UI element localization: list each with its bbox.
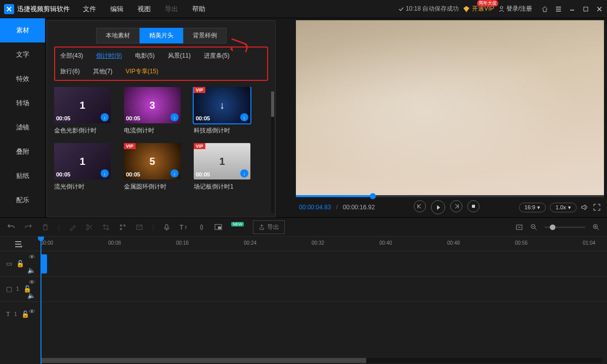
login-button[interactable]: 登录/注册 (498, 5, 532, 13)
asset-thumb[interactable]: VIP100:05↓场记板倒计时1 (194, 143, 250, 191)
thumb-image[interactable]: VIP↓00:05↓ (194, 87, 250, 123)
text-track[interactable]: T 1 🔓 👁 (0, 301, 607, 327)
cat-countdown[interactable]: 倒计时(9) (96, 52, 122, 60)
asset-thumb[interactable]: 100:05↓流光倒计时 (54, 143, 111, 191)
play-progress[interactable] (296, 195, 604, 197)
play-button[interactable] (431, 200, 445, 214)
crop-icon[interactable] (102, 223, 110, 231)
cat-movie[interactable]: 电影(5) (135, 52, 155, 60)
panel-scrollbar[interactable] (271, 92, 274, 213)
cat-progress[interactable]: 进度条(5) (204, 52, 230, 60)
menu-export[interactable]: 导出 (158, 5, 185, 14)
thumb-image[interactable]: VIP500:05↓ (124, 143, 181, 179)
video-track-icon: ▭ (6, 260, 12, 267)
tab-intros[interactable]: 精美片头 (140, 28, 183, 43)
thumb-image[interactable]: 100:05↓ (54, 143, 111, 179)
voice-icon[interactable] (163, 223, 170, 231)
home-icon[interactable] (541, 6, 548, 13)
sidebar-item-music[interactable]: 配乐 (0, 188, 45, 212)
eye-icon[interactable]: 👁 (29, 279, 35, 286)
menu-icon[interactable] (555, 6, 562, 13)
mosaic-icon[interactable] (119, 223, 126, 231)
prev-frame-button[interactable] (414, 200, 426, 212)
overlay-track-icon: ▢ (6, 285, 12, 293)
svg-text:T: T (180, 224, 184, 231)
sidebar-item-material[interactable]: 素材 (0, 18, 45, 42)
video-track[interactable]: ▭ 🔓 👁 🔈 (0, 251, 607, 276)
delete-icon[interactable] (41, 223, 49, 231)
next-frame-button[interactable] (450, 200, 462, 212)
preview-viewport[interactable] (296, 20, 604, 195)
sidebar-item-text[interactable]: 文字 (0, 42, 45, 67)
edit-icon[interactable] (69, 223, 76, 231)
sidebar-item-sticker[interactable]: 贴纸 (0, 164, 45, 188)
speed-select[interactable]: 1.0x▾ (550, 203, 577, 212)
vip-button[interactable]: 开通VIP 周年大促 (463, 5, 494, 13)
zoom-slider[interactable] (545, 226, 585, 228)
svg-rect-7 (120, 228, 122, 230)
menu-edit[interactable]: 编辑 (103, 5, 131, 14)
volume-icon[interactable] (581, 203, 589, 211)
zoom-slider-thumb[interactable] (550, 224, 555, 230)
timeline-hscrollbar-thumb[interactable] (40, 358, 366, 363)
cat-scenery[interactable]: 风景(11) (168, 52, 191, 60)
sidebar-item-overlay[interactable]: 叠附 (0, 140, 45, 164)
asset-thumb[interactable]: VIP↓00:05↓科技感倒计时 (194, 87, 250, 135)
asset-thumb[interactable]: 300:05↓电流倒计时 (124, 87, 181, 135)
aspect-ratio-select[interactable]: 16:9▾ (519, 203, 546, 212)
download-icon[interactable]: ↓ (101, 169, 109, 177)
sound-icon[interactable]: 🔈 (27, 292, 35, 299)
zoom-in-icon[interactable] (592, 223, 600, 231)
download-icon[interactable]: ↓ (170, 113, 179, 121)
pip-icon[interactable] (214, 223, 222, 231)
asset-thumb[interactable]: VIP500:05↓金属圆环倒计时 (124, 143, 181, 191)
asset-thumb[interactable]: 100:05↓金色光影倒计时 (54, 87, 111, 135)
thumb-image[interactable]: VIP100:05↓ (194, 143, 250, 179)
sidebar-item-effects[interactable]: 特效 (0, 67, 45, 91)
cat-all[interactable]: 全部(43) (60, 52, 83, 60)
sidebar-item-transition[interactable]: 转场 (0, 91, 45, 115)
download-icon[interactable]: ↓ (101, 113, 109, 121)
undo-icon[interactable] (7, 223, 15, 231)
lock-icon[interactable]: 🔓 (16, 260, 24, 267)
fit-icon[interactable] (515, 223, 523, 231)
playhead[interactable] (40, 237, 41, 364)
ruler-mark: 01:04 (583, 240, 595, 246)
menu-help[interactable]: 帮助 (185, 5, 212, 14)
download-icon[interactable]: ↓ (170, 169, 179, 177)
split-icon[interactable] (85, 223, 93, 231)
fullscreen-icon[interactable] (593, 203, 601, 211)
tab-local[interactable]: 本地素材 (96, 28, 140, 43)
tab-backgrounds[interactable]: 背景样例 (183, 28, 227, 43)
lock-icon[interactable]: 🔓 (21, 310, 29, 318)
thumb-duration: 00:05 (56, 115, 70, 121)
blur-icon[interactable] (198, 223, 205, 231)
menu-file[interactable]: 文件 (76, 5, 103, 14)
stop-button[interactable] (467, 200, 480, 212)
panel-scrollbar-thumb[interactable] (271, 92, 274, 117)
maximize-icon[interactable] (582, 6, 589, 13)
cat-travel[interactable]: 旅行(6) (60, 67, 80, 76)
cat-vip[interactable]: VIP专享(15) (125, 67, 158, 76)
thumb-image[interactable]: 300:05↓ (124, 87, 181, 123)
eye-icon[interactable]: 👁 (29, 253, 35, 261)
thumb-image[interactable]: 100:05↓ (54, 87, 111, 123)
cat-other[interactable]: 其他(7) (93, 67, 113, 76)
download-icon[interactable]: ↓ (240, 169, 248, 177)
export-button[interactable]: 导出 (253, 220, 285, 234)
overlay-track[interactable]: ▢ 1 🔓 👁 🔈 (0, 276, 607, 301)
download-icon[interactable]: ↓ (240, 113, 248, 121)
close-icon[interactable] (596, 6, 603, 13)
timeline-hscrollbar[interactable] (40, 358, 602, 363)
menu-view[interactable]: 视图 (131, 5, 158, 14)
window-controls (541, 6, 603, 13)
zoom-out-icon[interactable] (530, 223, 538, 231)
freeze-icon[interactable] (136, 223, 143, 231)
sound-icon[interactable]: 🔈 (27, 266, 35, 274)
time-ruler[interactable]: 00:0000:0800:1600:2400:3200:4000:4800:56… (0, 237, 607, 251)
redo-icon[interactable] (24, 223, 32, 231)
sidebar-item-filter[interactable]: 滤镜 (0, 115, 45, 140)
tts-icon[interactable]: T (180, 223, 189, 231)
minimize-icon[interactable] (569, 6, 576, 13)
eye-icon[interactable]: 👁 (29, 308, 35, 315)
